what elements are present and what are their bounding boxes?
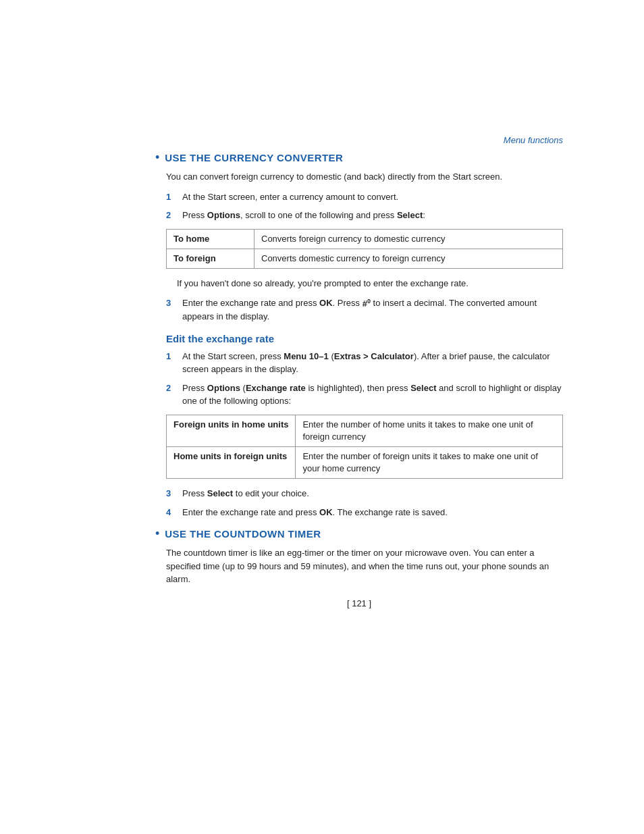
- extras-bold: Extras > Calculator: [334, 351, 414, 361]
- edit-step-num-3: 3: [166, 487, 178, 500]
- select-bold: Select: [397, 210, 423, 220]
- currency-converter-intro: You can convert foreign currency to dome…: [166, 170, 563, 184]
- edit-step-2: 2 Press Options (Exchange rate is highli…: [166, 382, 563, 408]
- step-3-text: Enter the exchange rate and press OK. Pr…: [182, 296, 563, 323]
- currency-step3-list: 3 Enter the exchange rate and press OK. …: [166, 296, 563, 323]
- to-home-label: To home: [167, 229, 254, 249]
- menu-bold: Menu 10–1: [284, 351, 328, 361]
- currency-step-2: 2 Press Options, scroll to one of the fo…: [166, 209, 563, 222]
- bullet-icon: •: [155, 151, 159, 165]
- step-num-2: 2: [166, 209, 178, 222]
- edit-exchange-rate-steps: 1 At the Start screen, press Menu 10–1 (…: [166, 350, 563, 408]
- hash-bold: #0: [363, 298, 371, 309]
- edit-step-4-text: Enter the exchange rate and press OK. Th…: [182, 506, 563, 519]
- step-num-1: 1: [166, 190, 178, 204]
- ok-bold: OK: [319, 298, 333, 309]
- countdown-timer-intro: The countdown timer is like an egg-timer…: [166, 546, 563, 586]
- page-number: [ 121 ]: [155, 598, 563, 608]
- edit-exchange-rate-section: Edit the exchange rate 1 At the Start sc…: [155, 333, 563, 519]
- edit-step-num-4: 4: [166, 506, 178, 519]
- page: Menu functions • USE THE CURRENCY CONVER…: [0, 0, 644, 834]
- exchange-rate-note: If you haven't done so already, you're p…: [177, 277, 563, 290]
- currency-converter-heading: • USE THE CURRENCY CONVERTER: [155, 152, 563, 165]
- table-row: To home Converts foreign currency to dom…: [167, 229, 563, 249]
- superscript-0: 0: [367, 297, 371, 304]
- edit-exchange-rate-title: Edit the exchange rate: [166, 333, 563, 344]
- countdown-timer-body: The countdown timer is like an egg-timer…: [166, 546, 563, 586]
- options-bold: Options: [207, 210, 240, 220]
- home-foreign-label: Home units in foreign units: [167, 447, 296, 479]
- edit-exchange-rate-body: Edit the exchange rate 1 At the Start sc…: [166, 333, 563, 519]
- foreign-home-desc: Enter the number of home units it takes …: [296, 415, 563, 446]
- currency-step-1: 1 At the Start screen, enter a currency …: [166, 190, 563, 204]
- edit-step-2-text: Press Options (Exchange rate is highligh…: [182, 382, 563, 408]
- edit-step-1-text: At the Start screen, press Menu 10–1 (Ex…: [182, 350, 563, 376]
- home-foreign-desc: Enter the number of foreign units it tak…: [296, 447, 563, 479]
- edit-step-1: 1 At the Start screen, press Menu 10–1 (…: [166, 350, 563, 376]
- select-bold-3: Select: [207, 488, 233, 498]
- table-row: Foreign units in home units Enter the nu…: [167, 415, 563, 446]
- edit-step-3: 3 Press Select to edit your choice.: [166, 487, 563, 500]
- edit-exchange-rate-steps-2: 3 Press Select to edit your choice. 4 En…: [166, 487, 563, 519]
- edit-step-3-text: Press Select to edit your choice.: [182, 487, 563, 500]
- countdown-timer-section: • USE THE COUNTDOWN TIMER The countdown …: [155, 528, 563, 586]
- currency-converter-title: USE THE CURRENCY CONVERTER: [165, 152, 343, 163]
- select-bold-2: Select: [410, 383, 436, 393]
- table-row: Home units in foreign units Enter the nu…: [167, 447, 563, 479]
- edit-step-num-1: 1: [166, 350, 178, 363]
- countdown-timer-title: USE THE COUNTDOWN TIMER: [165, 528, 321, 540]
- edit-step-4: 4 Enter the exchange rate and press OK. …: [166, 506, 563, 519]
- options-bold-2: Options: [207, 383, 240, 393]
- countdown-timer-heading: • USE THE COUNTDOWN TIMER: [155, 528, 563, 541]
- foreign-home-label: Foreign units in home units: [167, 415, 296, 446]
- currency-converter-steps: 1 At the Start screen, enter a currency …: [166, 190, 563, 222]
- to-foreign-desc: Converts domestic currency to foreign cu…: [254, 249, 563, 268]
- to-home-desc: Converts foreign currency to domestic cu…: [254, 229, 563, 249]
- step-2-text: Press Options, scroll to one of the foll…: [182, 209, 563, 222]
- currency-converter-body: You can convert foreign currency to dome…: [166, 170, 563, 323]
- exchange-rate-table: Foreign units in home units Enter the nu…: [166, 415, 563, 479]
- step-num-3: 3: [166, 296, 178, 310]
- edit-step-num-2: 2: [166, 382, 178, 395]
- bullet-icon-2: •: [155, 527, 159, 541]
- currency-options-table: To home Converts foreign currency to dom…: [166, 229, 563, 269]
- to-foreign-label: To foreign: [167, 249, 254, 268]
- table-row: To foreign Converts domestic currency to…: [167, 249, 563, 268]
- ok-bold-2: OK: [319, 507, 333, 517]
- step-1-text: At the Start screen, enter a currency am…: [182, 190, 563, 204]
- currency-converter-section: • USE THE CURRENCY CONVERTER You can con…: [155, 152, 563, 323]
- exchange-rate-bold: Exchange rate: [246, 383, 306, 393]
- menu-functions-label: Menu functions: [155, 135, 563, 145]
- currency-step-3: 3 Enter the exchange rate and press OK. …: [166, 296, 563, 323]
